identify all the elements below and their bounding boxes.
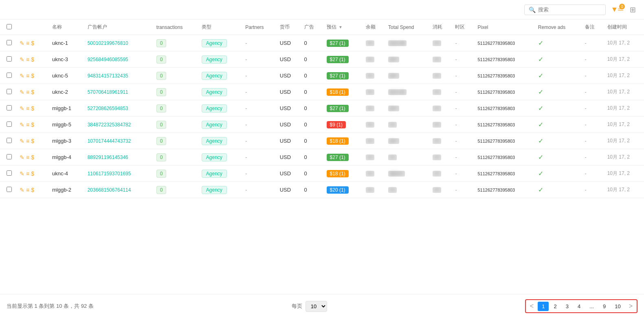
row-actions-cell: ✎ ≡ $ (16, 68, 49, 84)
filter-badge: 0 (619, 4, 625, 9)
edit-icon[interactable]: ✎ (20, 170, 24, 177)
row-remove-ads: ✓ (535, 51, 582, 68)
edit-icon[interactable]: ✎ (20, 138, 24, 144)
dollar-icon[interactable]: $ (31, 89, 34, 95)
row-checkbox[interactable] (7, 138, 12, 143)
row-balance: ••• (363, 182, 385, 198)
row-checkbox-cell (0, 68, 16, 84)
settings-icon[interactable]: ≡ (26, 73, 29, 79)
row-budget: $20 (1) (323, 182, 363, 198)
row-transactions: 0 (153, 117, 198, 133)
page-3-button[interactable]: 3 (562, 302, 573, 311)
dollar-icon[interactable]: $ (31, 56, 34, 63)
row-timezone: - (452, 133, 474, 149)
search-box[interactable]: 🔍 (524, 4, 606, 15)
row-date: 10月 17, 2 (604, 35, 644, 51)
row-checkbox[interactable] (7, 121, 12, 127)
settings-icon[interactable]: ≡ (26, 89, 29, 95)
row-date: 10月 17, 2 (604, 149, 644, 166)
edit-icon[interactable]: ✎ (20, 40, 24, 46)
row-checkbox[interactable] (7, 187, 12, 192)
row-transactions: 0 (153, 51, 198, 68)
row-pixel: 511262778395803 (474, 35, 534, 51)
dollar-icon[interactable]: $ (31, 121, 34, 128)
row-checkbox[interactable] (7, 56, 12, 62)
edit-icon[interactable]: ✎ (20, 121, 24, 128)
header-date: 创建时间 (604, 20, 644, 35)
edit-icon[interactable]: ✎ (20, 105, 24, 112)
page-9-button[interactable]: 9 (599, 302, 610, 311)
row-actions-cell: ✎ ≡ $ (16, 182, 49, 198)
settings-icon[interactable]: ≡ (26, 187, 29, 193)
dollar-icon[interactable]: $ (31, 154, 34, 161)
header-account: 广告帐户 (84, 20, 153, 35)
page-4-button[interactable]: 4 (574, 302, 585, 311)
row-currency: USD (277, 68, 301, 84)
dollar-icon[interactable]: $ (31, 170, 34, 177)
row-pixel: 511262778395803 (474, 68, 534, 84)
row-partners: - (242, 68, 276, 84)
page-1-button[interactable]: 1 (538, 302, 549, 311)
edit-icon[interactable]: ✎ (20, 56, 24, 63)
filter-button[interactable]: ▼═ 0 (609, 4, 625, 15)
edit-icon[interactable]: ✎ (20, 89, 24, 95)
row-currency: USD (277, 51, 301, 68)
row-balance: ••• (363, 68, 385, 84)
row-account-id: 500102199676810 (84, 35, 153, 51)
table-row: ✎ ≡ $ mlggb-1 527208626594853 0 Agency -… (0, 100, 644, 117)
row-date: 10月 17, 2 (604, 166, 644, 182)
row-ads: 0 (301, 100, 323, 117)
row-balance: ••• (363, 149, 385, 166)
edit-icon[interactable]: ✎ (20, 154, 24, 161)
row-partners: - (242, 84, 276, 100)
row-checkbox[interactable] (7, 105, 12, 110)
settings-icon[interactable]: ≡ (26, 138, 29, 144)
header-pixel: Pixel (474, 20, 534, 35)
page-2-button[interactable]: 2 (549, 302, 560, 311)
row-checkbox[interactable] (7, 170, 12, 176)
dollar-icon[interactable]: $ (31, 105, 34, 112)
row-account-id: 2036681506764114 (84, 182, 153, 198)
row-note: - (582, 149, 604, 166)
dollar-icon[interactable]: $ (31, 40, 34, 46)
page-10-button[interactable]: 10 (611, 302, 624, 311)
row-account-id: 1070174444743732 (84, 133, 153, 149)
row-transactions: 0 (153, 100, 198, 117)
settings-icon[interactable]: ≡ (26, 40, 29, 46)
table-row: ✎ ≡ $ mlggb-5 3848722325384782 0 Agency … (0, 117, 644, 133)
header-timezone: 时区 (452, 20, 474, 35)
search-input[interactable] (538, 7, 601, 13)
row-checkbox[interactable] (7, 73, 12, 78)
row-checkbox[interactable] (7, 40, 12, 45)
row-ads: 0 (301, 51, 323, 68)
settings-icon[interactable]: ≡ (26, 154, 29, 161)
settings-icon[interactable]: ≡ (26, 56, 29, 63)
columns-button[interactable]: ⊞ (628, 4, 637, 16)
settings-icon[interactable]: ≡ (26, 121, 29, 128)
row-name: uknc-2 (49, 84, 84, 100)
per-page-select[interactable]: 10 20 50 (306, 301, 327, 312)
sort-arrow: ▼ (338, 25, 343, 29)
dollar-icon[interactable]: $ (31, 138, 34, 144)
dollar-icon[interactable]: $ (31, 187, 34, 193)
edit-icon[interactable]: ✎ (20, 73, 24, 79)
select-all-checkbox[interactable] (7, 24, 12, 29)
settings-icon[interactable]: ≡ (26, 105, 29, 112)
row-checkbox[interactable] (7, 154, 12, 159)
dollar-icon[interactable]: $ (31, 73, 34, 79)
edit-icon[interactable]: ✎ (20, 187, 24, 193)
row-checkbox[interactable] (7, 89, 12, 94)
prev-page-button[interactable]: < (527, 301, 537, 311)
row-transactions: 0 (153, 182, 198, 198)
row-remove-ads: ✓ (535, 68, 582, 84)
next-page-button[interactable]: > (626, 301, 636, 311)
row-note: - (582, 166, 604, 182)
row-note: - (582, 117, 604, 133)
row-ads: 0 (301, 166, 323, 182)
settings-icon[interactable]: ≡ (26, 170, 29, 177)
row-actions-cell: ✎ ≡ $ (16, 133, 49, 149)
row-date: 10月 17, 2 (604, 84, 644, 100)
row-remove-ads: ✓ (535, 84, 582, 100)
row-partners: - (242, 166, 276, 182)
row-balance: ••• (363, 166, 385, 182)
